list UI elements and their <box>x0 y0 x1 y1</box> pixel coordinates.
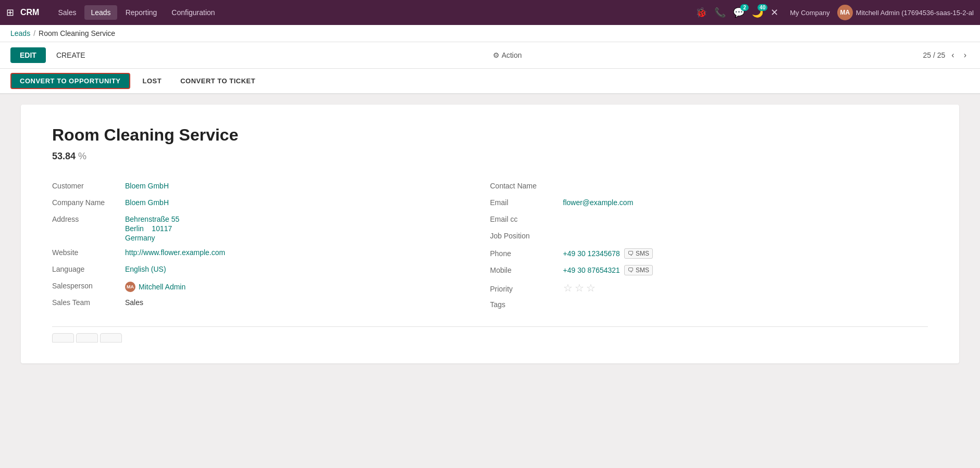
tab-3[interactable] <box>100 333 122 343</box>
moon-icon[interactable]: 🌙 40 <box>752 7 763 18</box>
bug-icon[interactable]: 🐞 <box>696 7 707 18</box>
action-button[interactable]: ⚙ Action <box>487 47 528 63</box>
probability-value: 53.84 <box>52 151 76 161</box>
tab-2[interactable] <box>76 333 98 343</box>
breadcrumb-parent[interactable]: Leads <box>10 29 30 37</box>
convert-to-ticket-button[interactable]: CONVERT TO TICKET <box>174 74 262 88</box>
toolbar: EDIT CREATE ⚙ Action 25 / 25 ‹ › <box>0 42 980 69</box>
fields-left: Customer Bloem GmbH Company Name Bloem G… <box>52 179 490 314</box>
website-field: Website http://www.flower.example.com <box>52 245 490 262</box>
phone-field: Phone +49 30 12345678 🗨 SMS <box>490 245 928 262</box>
language-field: Language English (US) <box>52 262 490 279</box>
company-name: My Company <box>790 9 830 17</box>
pagination-next[interactable]: › <box>961 49 970 61</box>
customer-value[interactable]: Bloem GmbH <box>125 182 169 190</box>
address-city: Berlin <box>125 224 144 233</box>
sms-icon: 🗨 <box>628 250 634 257</box>
priority-field: Priority ☆ ☆ ☆ <box>490 279 928 297</box>
customer-label: Customer <box>52 182 125 190</box>
app-name[interactable]: CRM <box>20 8 39 17</box>
fields-grid: Customer Bloem GmbH Company Name Bloem G… <box>52 179 928 314</box>
phone-row: +49 30 12345678 🗨 SMS <box>563 248 653 259</box>
salesperson-label: Salesperson <box>52 282 125 290</box>
mobile-label: Mobile <box>490 266 563 274</box>
wrench-icon[interactable]: ✕ <box>771 7 778 18</box>
breadcrumb-separator: / <box>33 29 35 37</box>
company-name-label: Company Name <box>52 198 125 207</box>
phone-label: Phone <box>490 249 563 258</box>
phone-sms-button[interactable]: 🗨 SMS <box>624 248 653 259</box>
nav-menu: Sales Leads Reporting Configuration <box>52 5 221 20</box>
breadcrumb: Leads / Room Cleaning Service <box>0 25 980 42</box>
salesperson-value[interactable]: Mitchell Admin <box>139 283 185 291</box>
company-name-field: Company Name Bloem GmbH <box>52 195 490 212</box>
email-value[interactable]: flower@example.com <box>563 198 634 207</box>
secondary-toolbar: CONVERT TO OPPORTUNITY LOST CONVERT TO T… <box>0 69 980 94</box>
mobile-sms-icon: 🗨 <box>628 267 634 274</box>
edit-button[interactable]: EDIT <box>10 47 46 63</box>
address-label: Address <box>52 215 125 223</box>
breadcrumb-current: Room Cleaning Service <box>39 29 115 37</box>
star-3[interactable]: ☆ <box>586 282 596 294</box>
pagination-prev[interactable]: ‹ <box>948 49 957 61</box>
grid-icon[interactable]: ⊞ <box>6 7 14 18</box>
contact-name-field: Contact Name <box>490 179 928 195</box>
create-button[interactable]: CREATE <box>50 47 92 63</box>
language-value[interactable]: English (US) <box>125 265 166 273</box>
address-city-zip: Berlin 10117 <box>125 224 179 233</box>
record-card: Room Cleaning Service 53.84 % Customer B… <box>21 105 959 363</box>
sales-team-field: Sales Team Sales <box>52 295 490 312</box>
star-2[interactable]: ☆ <box>575 282 584 294</box>
salesperson-avatar: MA <box>125 282 135 292</box>
main-content: Room Cleaning Service 53.84 % Customer B… <box>0 94 980 468</box>
chat-icon[interactable]: 💬 2 <box>733 7 745 18</box>
email-cc-label: Email cc <box>490 215 563 223</box>
contact-name-label: Contact Name <box>490 182 563 190</box>
address-zip: 10117 <box>152 224 172 233</box>
nav-item-configuration[interactable]: Configuration <box>165 5 221 20</box>
action-label: Action <box>502 51 522 59</box>
mobile-value[interactable]: +49 30 87654321 <box>563 266 620 274</box>
tags-label: Tags <box>490 300 563 309</box>
website-label: Website <box>52 248 125 257</box>
record-title: Room Cleaning Service <box>52 125 928 145</box>
address-street[interactable]: Behrenstraße 55 <box>125 215 179 223</box>
phone-value[interactable]: +49 30 12345678 <box>563 249 620 258</box>
action-gear-icon: ⚙ <box>493 51 500 59</box>
email-cc-field: Email cc <box>490 212 928 229</box>
star-1[interactable]: ☆ <box>563 282 573 294</box>
email-label: Email <box>490 198 563 207</box>
priority-label: Priority <box>490 285 563 293</box>
address-block: Behrenstraße 55 Berlin 10117 Germany <box>125 215 179 242</box>
bottom-tabs <box>52 326 928 343</box>
pagination: 25 / 25 ‹ › <box>923 49 970 61</box>
avatar: MA <box>837 5 853 20</box>
job-position-field: Job Position <box>490 229 928 245</box>
probability-symbol: % <box>78 151 86 161</box>
sales-team-value: Sales <box>125 298 143 307</box>
company-name-value[interactable]: Bloem GmbH <box>125 198 169 207</box>
address-country[interactable]: Germany <box>125 234 179 242</box>
user-menu[interactable]: MA Mitchell Admin (17694536-saas-15-2-al <box>837 5 974 20</box>
tab-1[interactable] <box>52 333 74 343</box>
lost-button[interactable]: LOST <box>137 74 168 88</box>
nav-item-leads[interactable]: Leads <box>84 5 117 20</box>
sales-team-label: Sales Team <box>52 298 125 307</box>
customer-field: Customer Bloem GmbH <box>52 179 490 195</box>
phone-sms-label: SMS <box>636 250 649 257</box>
address-field: Address Behrenstraße 55 Berlin 10117 Ger… <box>52 212 490 245</box>
language-label: Language <box>52 265 125 273</box>
mobile-sms-button[interactable]: 🗨 SMS <box>624 265 653 275</box>
nav-item-sales[interactable]: Sales <box>52 5 82 20</box>
record-probability: 53.84 % <box>52 151 928 162</box>
mobile-field: Mobile +49 30 87654321 🗨 SMS <box>490 262 928 279</box>
mobile-row: +49 30 87654321 🗨 SMS <box>563 265 653 275</box>
moon-badge: 40 <box>758 4 767 11</box>
mobile-sms-label: SMS <box>636 267 649 274</box>
nav-item-reporting[interactable]: Reporting <box>119 5 164 20</box>
job-position-label: Job Position <box>490 232 563 240</box>
tags-field: Tags <box>490 297 928 314</box>
website-value[interactable]: http://www.flower.example.com <box>125 248 225 257</box>
phone-icon[interactable]: 📞 <box>714 7 726 18</box>
convert-to-opportunity-button[interactable]: CONVERT TO OPPORTUNITY <box>10 73 130 89</box>
